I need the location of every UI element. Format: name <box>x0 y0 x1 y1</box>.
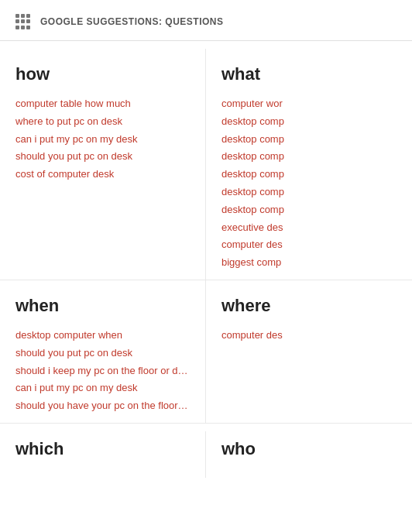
when-title: when <box>15 296 190 316</box>
when-section: when desktop computer when should you pu… <box>0 280 206 423</box>
which-section: which <box>0 431 206 478</box>
suggestion-item[interactable]: desktop computer when <box>15 327 190 345</box>
where-title: where <box>221 296 397 316</box>
who-title: who <box>221 439 397 459</box>
suggestion-item[interactable]: desktop comp <box>221 166 397 184</box>
which-title: which <box>15 439 190 459</box>
suggestion-item[interactable]: can i put my pc on my desk <box>15 131 190 149</box>
what-title: what <box>221 64 397 84</box>
suggestion-item[interactable]: desktop comp <box>221 131 397 149</box>
how-section: how computer table how much where to put… <box>0 49 206 280</box>
main-content: how computer table how much where to put… <box>0 41 412 486</box>
row-2: when desktop computer when should you pu… <box>0 280 412 423</box>
suggestion-item[interactable]: should i keep my pc on the floor or desk <box>15 362 190 380</box>
suggestion-item[interactable]: biggest comp <box>221 254 397 272</box>
suggestion-item[interactable]: should you have your pc on the floor or … <box>15 397 190 415</box>
suggestion-item[interactable]: should you put pc on desk <box>15 345 190 362</box>
who-section: who <box>206 431 412 478</box>
suggestion-item[interactable]: computer table how much <box>15 95 190 113</box>
suggestion-item[interactable]: should you put pc on desk <box>15 148 190 166</box>
suggestion-item[interactable]: where to put pc on desk <box>15 113 190 131</box>
suggestion-item[interactable]: cost of computer desk <box>15 166 190 184</box>
page-title: GOOGLE SUGGESTIONS: QUESTIONS <box>40 16 224 27</box>
row-3: which who <box>0 424 412 478</box>
suggestion-item[interactable]: computer des <box>221 327 397 345</box>
suggestion-item[interactable]: desktop comp <box>221 148 397 166</box>
suggestion-item[interactable]: desktop comp <box>221 184 397 201</box>
grid-icon <box>15 14 31 29</box>
how-title: how <box>15 64 190 84</box>
what-section: what computer wor desktop comp desktop c… <box>206 49 412 280</box>
page-header: GOOGLE SUGGESTIONS: QUESTIONS <box>0 0 412 41</box>
where-section: where computer des <box>206 280 412 423</box>
suggestion-item[interactable]: desktop comp <box>221 201 397 219</box>
suggestion-item[interactable]: computer wor <box>221 95 397 113</box>
suggestion-item[interactable]: can i put my pc on my desk <box>15 379 190 397</box>
row-1: how computer table how much where to put… <box>0 49 412 280</box>
suggestion-item[interactable]: desktop comp <box>221 113 397 131</box>
suggestion-item[interactable]: computer des <box>221 236 397 254</box>
suggestion-item[interactable]: executive des <box>221 219 397 237</box>
